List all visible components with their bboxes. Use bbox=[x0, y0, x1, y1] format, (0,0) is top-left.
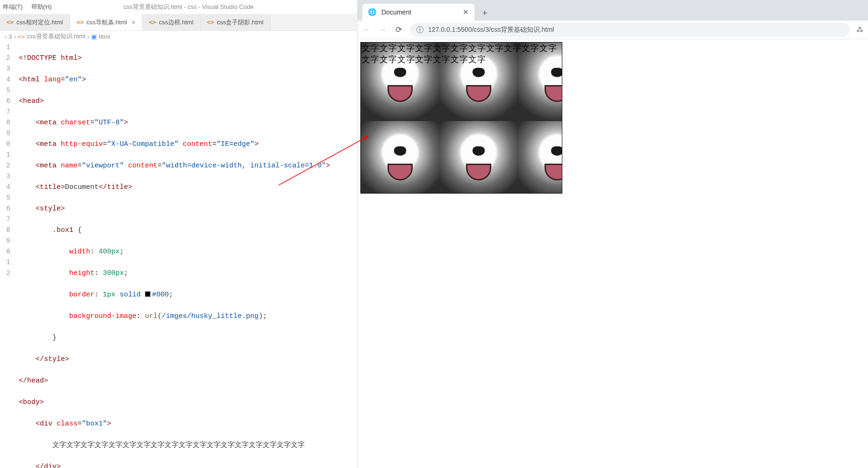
line-number-gutter: 1 2 3 4 5 6 7 8 9 0 1 2 3 4 5 6 7 8 9 0 … bbox=[0, 42, 14, 468]
close-icon[interactable]: × bbox=[132, 19, 136, 26]
browser-tab[interactable]: 🌐 Document ✕ bbox=[362, 4, 474, 21]
tab-css-box-shadow[interactable]: <> css盒子阴影.html bbox=[201, 14, 271, 30]
vscode-window: 终端(T) 帮助(H) css背景基础知识.html - css - Visua… bbox=[0, 0, 358, 468]
html-file-icon: <> bbox=[149, 19, 156, 26]
browser-toolbar: ← → ⟳ i 127.0.0.1:5500/css/3/css背景基础知识.h… bbox=[358, 21, 868, 39]
address-bar[interactable]: i 127.0.0.1:5500/css/3/css背景基础知识.html bbox=[410, 23, 850, 37]
tab-css-border[interactable]: <> css边框.html bbox=[143, 14, 201, 30]
html-file-icon: <> bbox=[77, 19, 84, 26]
tab-label: css盒子阴影.html bbox=[217, 18, 264, 27]
html-file-icon: <> bbox=[18, 33, 25, 40]
close-icon[interactable]: ✕ bbox=[463, 8, 469, 16]
symbol-icon: ▣ bbox=[91, 33, 97, 40]
tab-css-navbar[interactable]: <> css导航条.html × bbox=[70, 14, 143, 30]
browser-window: 🌐 Document ✕ + ← → ⟳ i 127.0.0.1:5500/cs… bbox=[358, 0, 868, 468]
translate-icon[interactable]: ⁂ bbox=[856, 26, 863, 34]
breadcrumb-seg[interactable]: html bbox=[99, 33, 110, 40]
color-swatch-icon[interactable] bbox=[145, 291, 151, 297]
code-editor[interactable]: 1 2 3 4 5 6 7 8 9 0 1 2 3 4 5 6 7 8 9 0 … bbox=[0, 42, 357, 468]
vscode-menubar: 终端(T) 帮助(H) css背景基础知识.html - css - Visua… bbox=[0, 0, 357, 14]
chevron-right-icon: › bbox=[87, 33, 89, 40]
box-text: 文字文字文字文字文字文字文字文字文字文字文字文字文字文字文字文字文字文字 bbox=[361, 43, 562, 65]
menu-help[interactable]: 帮助(H) bbox=[31, 3, 52, 11]
forward-button[interactable]: → bbox=[378, 26, 387, 34]
breadcrumb-seg[interactable]: 3 bbox=[8, 33, 12, 40]
info-icon[interactable]: i bbox=[416, 26, 423, 33]
url-text: 127.0.0.1:5500/css/3/css背景基础知识.html bbox=[428, 26, 554, 34]
browser-viewport[interactable]: 文字文字文字文字文字文字文字文字文字文字文字文字文字文字文字文字文字文字 bbox=[358, 39, 868, 468]
browser-tab-title: Document bbox=[381, 8, 458, 16]
html-file-icon: <> bbox=[207, 19, 214, 26]
code-content[interactable]: <!DOCTYPE html> <html lang="en"> <head> … bbox=[14, 42, 357, 468]
tab-label: css边框.html bbox=[159, 18, 194, 27]
chevron-right-icon: › bbox=[5, 33, 7, 40]
browser-tab-strip: 🌐 Document ✕ + bbox=[358, 0, 868, 21]
new-tab-button[interactable]: + bbox=[477, 6, 492, 21]
reload-button[interactable]: ⟳ bbox=[394, 25, 403, 35]
menu-terminal[interactable]: 终端(T) bbox=[3, 3, 23, 11]
editor-tabs: <> css相对定位.html <> css导航条.html × <> css边… bbox=[0, 14, 357, 31]
breadcrumb[interactable]: › 3 › <> css背景基础知识.html › ▣ html bbox=[0, 31, 357, 42]
window-title: css背景基础知识.html - css - Visual Studio Cod… bbox=[60, 3, 354, 11]
breadcrumb-seg[interactable]: css背景基础知识.html bbox=[27, 32, 86, 41]
tab-label: css相对定位.html bbox=[16, 18, 63, 27]
back-button[interactable]: ← bbox=[362, 26, 372, 34]
globe-icon: 🌐 bbox=[368, 8, 377, 16]
html-file-icon: <> bbox=[7, 19, 14, 26]
rendered-box1: 文字文字文字文字文字文字文字文字文字文字文字文字文字文字文字文字文字文字 bbox=[360, 42, 562, 194]
tab-css-relative-position[interactable]: <> css相对定位.html bbox=[0, 14, 70, 30]
tab-label: css导航条.html bbox=[86, 18, 127, 27]
chevron-right-icon: › bbox=[14, 33, 16, 40]
